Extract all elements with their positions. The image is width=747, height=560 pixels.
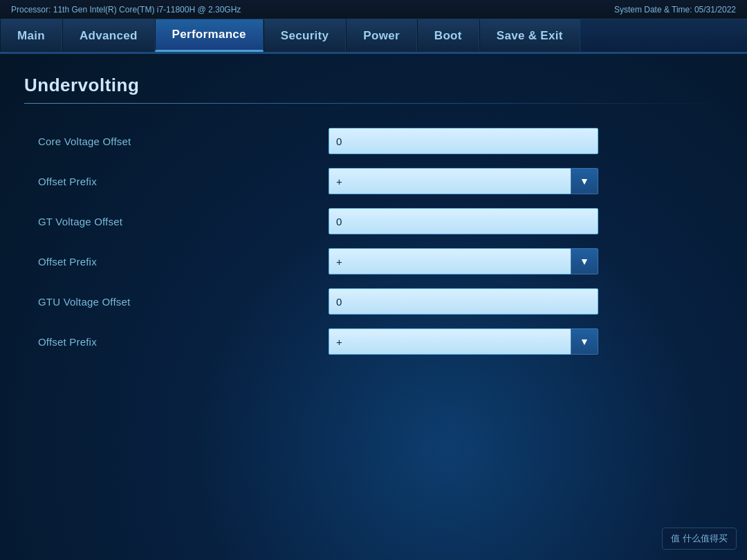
nav-tabs: Main Advanced Performance Security Power… <box>0 19 747 54</box>
main-content: Undervolting Core Voltage Offset Offset … <box>0 54 747 382</box>
setting-row-core-voltage: Core Voltage Offset <box>24 121 723 161</box>
gtu-voltage-input[interactable] <box>329 288 598 315</box>
tab-save-exit[interactable]: Save & Exit <box>479 19 580 52</box>
offset-prefix-2-value: + <box>329 248 571 274</box>
date-info: System Date & Time: 05/31/2022 <box>614 5 736 15</box>
top-bar: Processor: 11th Gen Intel(R) Core(TM) i7… <box>0 0 747 19</box>
tab-performance[interactable]: Performance <box>155 19 264 52</box>
offset-prefix-3-control: + ▼ <box>329 328 709 355</box>
setting-row-gtu-voltage: GTU Voltage Offset <box>24 281 723 321</box>
setting-row-offset-prefix-3: Offset Prefix + ▼ <box>24 321 723 362</box>
offset-prefix-1-label: Offset Prefix <box>38 176 329 187</box>
gtu-voltage-label: GTU Voltage Offset <box>38 296 329 308</box>
core-voltage-input[interactable] <box>329 128 598 154</box>
offset-prefix-2-dropdown[interactable]: + ▼ <box>329 248 598 274</box>
offset-prefix-2-arrow[interactable]: ▼ <box>571 248 598 274</box>
offset-prefix-1-control: + ▼ <box>329 168 709 194</box>
offset-prefix-1-value: + <box>329 168 571 194</box>
setting-row-gt-voltage: GT Voltage Offset <box>24 201 723 241</box>
offset-prefix-1-dropdown[interactable]: + ▼ <box>329 168 598 194</box>
watermark: 值 什么值得买 <box>662 528 737 550</box>
date-label: System Date & Time: <box>614 5 692 15</box>
date-value: 05/31/2022 <box>694 5 736 15</box>
watermark-text: 值 什么值得买 <box>662 528 737 550</box>
gt-voltage-control <box>329 208 709 234</box>
core-voltage-control <box>329 128 709 154</box>
offset-prefix-2-label: Offset Prefix <box>38 256 329 268</box>
offset-prefix-3-arrow[interactable]: ▼ <box>571 328 598 355</box>
tab-main[interactable]: Main <box>0 19 62 52</box>
tab-boot[interactable]: Boot <box>417 19 479 52</box>
offset-prefix-3-dropdown[interactable]: + ▼ <box>329 328 598 355</box>
section-divider <box>24 103 723 104</box>
offset-prefix-2-control: + ▼ <box>329 248 709 274</box>
processor-label: Processor: <box>11 5 50 15</box>
gt-voltage-input[interactable] <box>329 208 598 234</box>
offset-prefix-3-label: Offset Prefix <box>38 336 329 348</box>
tab-power[interactable]: Power <box>346 19 417 52</box>
gt-voltage-label: GT Voltage Offset <box>38 216 329 227</box>
setting-row-offset-prefix-2: Offset Prefix + ▼ <box>24 241 723 281</box>
settings-list: Core Voltage Offset Offset Prefix + ▼ GT… <box>24 121 723 362</box>
tab-security[interactable]: Security <box>264 19 347 52</box>
gtu-voltage-control <box>329 288 709 315</box>
tab-advanced[interactable]: Advanced <box>62 19 155 52</box>
core-voltage-label: Core Voltage Offset <box>38 136 329 147</box>
setting-row-offset-prefix-1: Offset Prefix + ▼ <box>24 161 723 201</box>
processor-info: Processor: 11th Gen Intel(R) Core(TM) i7… <box>11 5 241 15</box>
offset-prefix-1-arrow[interactable]: ▼ <box>571 168 598 194</box>
section-title: Undervolting <box>24 75 723 96</box>
processor-value: 11th Gen Intel(R) Core(TM) i7-11800H @ 2… <box>53 5 241 15</box>
offset-prefix-3-value: + <box>329 328 571 355</box>
